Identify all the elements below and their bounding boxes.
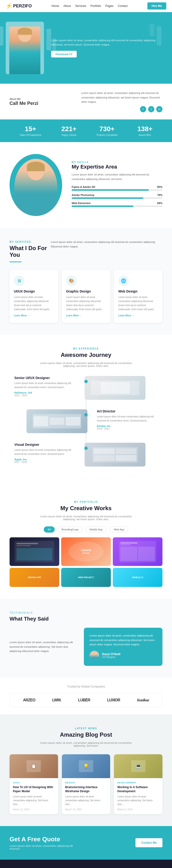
expertise-person-silhouette bbox=[14, 159, 57, 216]
portfolio-item-2[interactable]: CREATIXSTUDIO bbox=[61, 537, 111, 566]
skill-elementor: Web Elementor 68% bbox=[72, 202, 163, 207]
blog-card-2[interactable]: 💡 Design Brainstorming Interface Wirefra… bbox=[62, 754, 110, 814]
web-icon: 🌐 bbox=[118, 276, 129, 286]
blog-body-1: UI/UX How To UX UI Designing With Paper … bbox=[9, 778, 58, 814]
graphic-icon: 🎨 bbox=[66, 276, 77, 286]
blog-img-1: 📋 bbox=[9, 754, 58, 778]
graphic-learn-more[interactable]: Learn More → bbox=[66, 314, 82, 317]
linkedin-icon[interactable]: in bbox=[156, 106, 163, 112]
tl-image-3 bbox=[80, 443, 150, 467]
testimonials-left: Lorem ipsum dolor sit amet, consectetur … bbox=[9, 640, 77, 653]
nav-home[interactable]: Home bbox=[51, 4, 59, 8]
client-luxior: LUXIOR bbox=[107, 698, 120, 702]
expertise-section: My Skills My Expertise Area Lorem ipsum … bbox=[0, 142, 172, 228]
hero-section: Lorem ipsum dolor sit amet, consectetur … bbox=[0, 12, 172, 84]
tl-image-2 bbox=[22, 409, 92, 433]
timeline-item-3: Visual Designer Lorem ipsum dolor sit am… bbox=[9, 443, 163, 467]
portfolio-item-6[interactable]: MOBILE UI bbox=[113, 568, 163, 587]
timeline-dot-1 bbox=[84, 380, 88, 383]
navbar: ⚡ PERZIFO Home About Services Portfolio … bbox=[0, 0, 172, 12]
service-graphic: 🎨 Graphic Design Lorem ipsum dolor sit a… bbox=[62, 270, 110, 323]
services-section: My Services What I Do For You Lorem ipsu… bbox=[0, 228, 172, 335]
hero-image bbox=[6, 22, 44, 74]
blog-header: Latest News Amazing Blog Post Lorem ipsu… bbox=[9, 726, 163, 747]
portfolio-item-3[interactable] bbox=[113, 537, 163, 566]
testimonials-section: Testimonials What They Said Lorem ipsum … bbox=[0, 599, 172, 678]
client-kunikaa: Kunikaa bbox=[137, 698, 149, 702]
client-luber: LUBĖR bbox=[78, 698, 90, 702]
client-lwm: LWM. bbox=[52, 698, 61, 702]
blog-grid: 📋 UI/UX How To UX UI Designing With Pape… bbox=[9, 754, 163, 814]
nav-links: Home About Services Portfolio Pages Cont… bbox=[51, 4, 128, 8]
about-label: About Me bbox=[9, 97, 21, 100]
hero-person-image bbox=[6, 22, 44, 74]
blog-body-2: Design Brainstorming Interface Wireframe… bbox=[62, 778, 110, 814]
blog-img-2: 💡 bbox=[62, 754, 110, 778]
about-intro-left: About Me Call Me Perzi bbox=[9, 97, 38, 106]
testimonials-layout: Lorem ipsum dolor sit amet, consectetur … bbox=[9, 628, 163, 666]
timeline-dot-3 bbox=[84, 446, 88, 450]
hero-content: Lorem ipsum dolor sit amet, consectetur … bbox=[6, 22, 166, 74]
hero-text-block: Lorem ipsum dolor sit amet, consectetur … bbox=[51, 38, 166, 57]
social-icons: f t in bbox=[140, 106, 163, 112]
expertise-content: My Skills My Expertise Area Lorem ipsum … bbox=[72, 160, 163, 210]
nav-pages[interactable]: Pages bbox=[105, 4, 114, 8]
expertise-person-image bbox=[9, 154, 62, 216]
portfolio-item-1[interactable] bbox=[9, 537, 59, 566]
tab-all[interactable]: All bbox=[44, 526, 55, 533]
twitter-icon[interactable]: t bbox=[148, 106, 154, 112]
skill-photoshop-pct: 79% bbox=[157, 193, 163, 196]
testimonials-quote-card: Lorem ipsum dolor sit amet, consectetur … bbox=[84, 628, 163, 666]
uiux-icon: 🖥 bbox=[14, 276, 24, 286]
blog-card-3[interactable]: 💻 Development Working In A Software Deve… bbox=[114, 754, 163, 814]
nav-portfolio[interactable]: Portfolio bbox=[91, 4, 101, 8]
service-uiux: 🖥 UI/UX Design Lorem ipsum dolor sit ame… bbox=[9, 270, 58, 323]
portfolio-item-4[interactable]: DESIGN APP bbox=[9, 568, 59, 587]
tl-content-3: Visual Designer Lorem ipsum dolor sit am… bbox=[9, 443, 80, 463]
footer: ⚡ PERZIFO Lorem ipsum dolor sit amet, co… bbox=[0, 860, 172, 868]
logo: ⚡ PERZIFO bbox=[6, 3, 32, 9]
web-learn-more[interactable]: Learn More → bbox=[118, 314, 134, 317]
facebook-icon[interactable]: f bbox=[140, 106, 146, 112]
stat-awards: 138+ Award Won bbox=[137, 125, 152, 136]
timeline: Senior UI/UX Designer Lorem ipsum dolor … bbox=[9, 376, 163, 467]
portfolio-item-5[interactable]: WEB PROJECT bbox=[61, 568, 111, 587]
cta-section: Get A Free Quote Lorem ipsum dolor sit a… bbox=[0, 826, 172, 860]
clients-logos: ARZEO LWM. LUBĖR LUXIOR Kunikaa bbox=[9, 693, 163, 707]
portfolio-section: My Portfolio My Creative Works Lorem ips… bbox=[0, 488, 172, 599]
timeline-item-1: Senior UI/UX Designer Lorem ipsum dolor … bbox=[9, 376, 163, 400]
stat-clients: 221+ Happy Clients bbox=[62, 125, 76, 136]
tab-webapp[interactable]: Web App bbox=[109, 526, 128, 533]
cta-title: Get A Free Quote bbox=[9, 836, 81, 843]
services-grid: 🖥 UI/UX Design Lorem ipsum dolor sit ame… bbox=[9, 270, 163, 323]
testi-avatar bbox=[90, 651, 99, 660]
blog-card-1[interactable]: 📋 UI/UX How To UX UI Designing With Pape… bbox=[9, 754, 58, 814]
skill-elementor-pct: 68% bbox=[157, 202, 163, 205]
nav-about[interactable]: About bbox=[63, 4, 71, 8]
blog-section: Latest News Amazing Blog Post Lorem ipsu… bbox=[0, 714, 172, 826]
hire-button[interactable]: Hire Me bbox=[147, 2, 166, 9]
logo-text: PERZIFO bbox=[13, 4, 32, 8]
tl-content-2: Art Director Lorem ipsum dolor sit amet … bbox=[92, 409, 163, 430]
nav-contact[interactable]: Contact bbox=[118, 4, 128, 8]
portfolio-header: My Portfolio My Creative Works Lorem ips… bbox=[9, 500, 163, 521]
clients-title: Trusted by Global Companies bbox=[9, 685, 163, 688]
cta-desc: Lorem ipsum dolor sit amet, consectetur … bbox=[9, 844, 81, 850]
timeline-item-2: Art Director Lorem ipsum dolor sit amet … bbox=[9, 409, 163, 433]
stat-projects: 730+ Projects Completed bbox=[97, 125, 117, 136]
tl-content-1: Senior UI/UX Designer Lorem ipsum dolor … bbox=[9, 376, 80, 397]
uiux-learn-more[interactable]: Learn More → bbox=[14, 314, 30, 317]
service-web: 🌐 Web Design Lorem ipsum dolor sit amet,… bbox=[114, 270, 163, 323]
tl-image-1 bbox=[80, 376, 150, 400]
cta-button[interactable]: Contact Me bbox=[136, 838, 163, 847]
tab-mobile[interactable]: Mobile App bbox=[85, 526, 106, 533]
journey-section: My Experience Awesome Journey Lorem ipsu… bbox=[0, 335, 172, 488]
about-desc: Lorem ipsum dolor sit amet, consectetur … bbox=[81, 91, 163, 104]
blog-body-3: Development Working In A Software Develo… bbox=[114, 778, 163, 814]
skill-figma: Figma & Adobe XD 85% bbox=[72, 185, 163, 191]
skill-figma-pct: 85% bbox=[157, 185, 163, 188]
about-intro-section: About Me Call Me Perzi Lorem ipsum dolor… bbox=[0, 84, 172, 119]
nav-services[interactable]: Services bbox=[75, 4, 86, 8]
stats-section: 15+ Years Of Experience 221+ Happy Clien… bbox=[0, 119, 172, 142]
tab-branding[interactable]: Branding/Logo bbox=[57, 526, 83, 533]
